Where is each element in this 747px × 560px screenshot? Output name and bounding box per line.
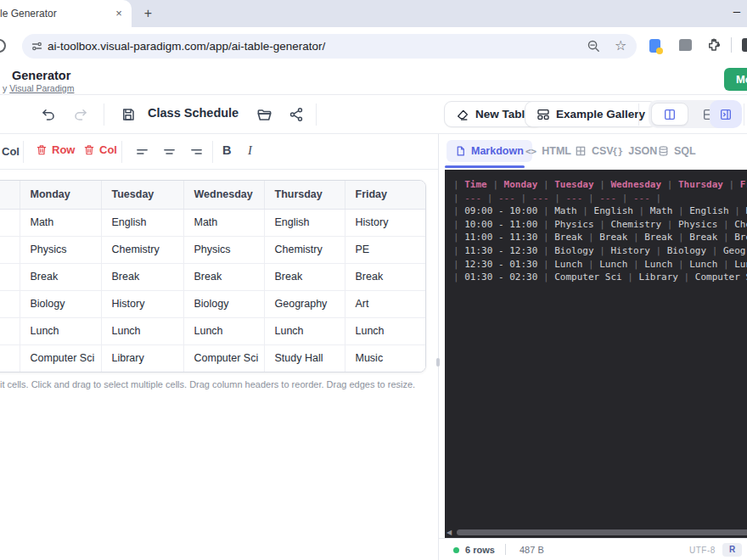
browser-menu-partial-icon[interactable] <box>742 38 747 52</box>
add-col-button[interactable]: Col <box>2 145 20 158</box>
new-table-label: New Table <box>475 108 531 120</box>
table-cell[interactable]: History <box>101 290 183 317</box>
column-header[interactable]: Thursday <box>264 181 345 209</box>
table-cell[interactable]: Computer Sci <box>183 344 264 372</box>
table-cell[interactable]: Physics <box>183 236 264 263</box>
table-cell[interactable]: English <box>101 209 183 236</box>
table-cell[interactable]: Study Hall <box>264 344 345 372</box>
column-header[interactable]: Friday <box>345 181 426 209</box>
table-cell[interactable]: 01:30 - 02:30 <box>0 344 20 372</box>
table-cell[interactable]: History <box>345 209 426 236</box>
table-row[interactable]: 01:30 - 02:30Computer SciLibraryComputer… <box>0 344 426 372</box>
more-tools-button[interactable]: More <box>724 68 747 91</box>
browser-tab-strip: le Generator × + – <box>0 0 747 27</box>
column-header[interactable] <box>0 181 20 209</box>
browser-profile-icon[interactable] <box>649 39 660 53</box>
markdown-code[interactable]: | Time | Monday | Tuesday | Wednesday | … <box>453 178 747 284</box>
panel-resize-handle[interactable] <box>436 358 440 367</box>
scrollbar-thumb[interactable] <box>457 529 747 535</box>
table-cell[interactable]: 12:30 - 01:30 <box>0 317 20 344</box>
table-row[interactable]: 10:00 - 11:00PhysicsChemistryPhysicsChem… <box>0 236 426 263</box>
export-tab-sql[interactable]: SQL <box>649 140 705 162</box>
table-cell[interactable]: Lunch <box>101 317 183 344</box>
table-cell[interactable]: Biology <box>20 290 101 317</box>
table-cell[interactable]: Chemistry <box>101 236 183 263</box>
table-cell[interactable]: Break <box>183 263 264 290</box>
table-header-row[interactable]: MondayTuesdayWednesdayThursdayFriday <box>0 181 426 209</box>
table-cell[interactable]: English <box>264 209 345 236</box>
edit-toolbar: Col Row Col B I <box>0 134 438 170</box>
table-cell[interactable]: Chemistry <box>264 236 345 263</box>
reload-icon[interactable] <box>0 39 6 53</box>
save-icon[interactable] <box>119 105 138 124</box>
window-minimize-icon[interactable]: – <box>728 3 745 20</box>
delete-row-button[interactable]: Row <box>36 143 75 156</box>
example-gallery-button[interactable]: Example Gallery <box>525 101 657 127</box>
table-cell[interactable]: Break <box>20 263 101 290</box>
document-title[interactable]: Class Schedule <box>148 106 239 120</box>
column-header[interactable]: Monday <box>20 181 101 209</box>
table-cell[interactable]: Break <box>264 263 345 290</box>
toggle-right-panel-button[interactable] <box>710 100 742 128</box>
column-header[interactable]: Wednesday <box>183 181 264 209</box>
undo-icon[interactable] <box>39 105 58 124</box>
table-row[interactable]: 12:30 - 01:30LunchLunchLunchLunchLunch <box>0 317 426 344</box>
table-row[interactable]: 11:00 - 11:30BreakBreakBreakBreakBreak <box>0 263 426 290</box>
browser-url-row: ai-toolbox.visual-paradigm.com/app/ai-ta… <box>0 27 747 64</box>
table-cell[interactable]: Physics <box>20 236 101 263</box>
table-cell[interactable]: Lunch <box>264 317 345 344</box>
table-cell[interactable]: Math <box>20 209 101 236</box>
code-preview-panel: | Time | Monday | Tuesday | Wednesday | … <box>445 170 747 528</box>
table-cell[interactable]: Biology <box>183 290 264 317</box>
redo-icon[interactable] <box>71 105 90 124</box>
open-folder-icon[interactable] <box>255 105 273 124</box>
code-horizontal-scrollbar[interactable]: ◀ <box>445 528 747 538</box>
panel-resize-divider[interactable] <box>438 134 439 560</box>
table-cell[interactable]: 10:00 - 11:00 <box>0 236 20 263</box>
code-line: | 09:00 - 10:00 | Math | English | Math … <box>453 204 747 218</box>
zoom-out-icon[interactable] <box>587 39 601 53</box>
split-vertical-button[interactable] <box>651 103 688 126</box>
table-cell[interactable]: Lunch <box>183 317 264 344</box>
italic-button[interactable]: I <box>248 143 252 158</box>
table-cell[interactable]: Library <box>101 344 183 372</box>
site-settings-icon[interactable] <box>31 40 43 53</box>
table-cell[interactable]: 09:00 - 10:00 <box>0 209 20 236</box>
table-cell[interactable]: Computer Sci <box>20 344 101 372</box>
tab-close-icon[interactable]: × <box>112 7 126 20</box>
table-cell[interactable]: Art <box>345 290 426 317</box>
delete-col-button[interactable]: Col <box>83 143 117 156</box>
panel-right-icon <box>719 108 733 121</box>
table-cell[interactable]: 11:00 - 11:30 <box>0 263 20 290</box>
table-row[interactable]: 09:00 - 10:00MathEnglishMathEnglishHisto… <box>0 209 426 236</box>
table-row[interactable]: 11:30 - 12:30BiologyHistoryBiologyGeogra… <box>0 290 426 317</box>
address-bar[interactable]: ai-toolbox.visual-paradigm.com/app/ai-ta… <box>22 34 637 59</box>
bold-button[interactable]: B <box>222 143 231 157</box>
table-cell[interactable]: PE <box>345 236 426 263</box>
byline-link[interactable]: Visual Paradigm <box>9 83 74 93</box>
table-cell[interactable]: Lunch <box>20 317 101 344</box>
share-icon[interactable] <box>287 105 306 124</box>
align-right-icon[interactable] <box>187 143 205 161</box>
table-cell[interactable]: Geography <box>264 290 345 317</box>
table-cell[interactable]: Break <box>101 263 183 290</box>
bookmark-star-icon[interactable]: ☆ <box>615 37 626 53</box>
browser-tab-active[interactable]: le Generator × <box>0 0 132 27</box>
table-cell[interactable]: Music <box>345 344 426 372</box>
scroll-left-icon[interactable]: ◀ <box>447 529 452 536</box>
row-count: 6 rows <box>465 545 495 555</box>
export-tab-label: SQL <box>674 145 696 157</box>
browser-sidepanel-icon[interactable] <box>679 39 692 51</box>
column-header[interactable]: Tuesday <box>101 181 183 209</box>
table-cell[interactable]: Break <box>345 263 426 290</box>
schedule-table[interactable]: MondayTuesdayWednesdayThursdayFriday 09:… <box>0 181 426 372</box>
extensions-puzzle-icon[interactable] <box>706 37 722 53</box>
table-cell[interactable]: Math <box>183 209 264 236</box>
new-tab-icon[interactable]: + <box>141 7 155 21</box>
table-cell[interactable]: Lunch <box>345 317 426 344</box>
table-cell[interactable]: 11:30 - 12:30 <box>0 290 20 317</box>
url-text[interactable]: ai-toolbox.visual-paradigm.com/app/ai-ta… <box>48 40 325 53</box>
align-left-icon[interactable] <box>132 143 151 161</box>
align-center-icon[interactable] <box>160 143 178 161</box>
code-line: | 12:30 - 01:30 | Lunch | Lunch | Lunch … <box>453 258 747 272</box>
